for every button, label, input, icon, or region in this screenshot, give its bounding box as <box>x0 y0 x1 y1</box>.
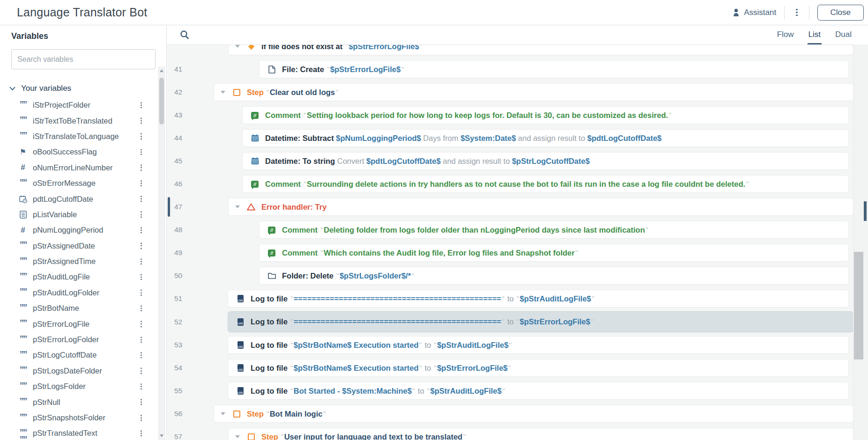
collapse-chevron-icon[interactable] <box>221 91 225 94</box>
your-variables-group-header[interactable]: Your variables <box>9 84 166 93</box>
action-card[interactable]: File: Create "$pStrErrorLogFile$" <box>259 60 849 78</box>
variable-item-pStrNull[interactable]: ””pStrNull <box>0 394 166 410</box>
variable-menu-button[interactable] <box>139 381 144 391</box>
variable-item-pStrSnapshotsFolder[interactable]: ””pStrSnapshotsFolder <box>0 410 166 425</box>
variable-menu-button[interactable] <box>139 288 144 298</box>
variable-item-iStrTextToBeTranslated[interactable]: ””iStrTextToBeTranslated <box>0 113 166 128</box>
variable-item-iStrTranslateToLanguage[interactable]: ””iStrTranslateToLanguage <box>0 129 166 144</box>
action-card[interactable]: //Comment "Setting lookback period for h… <box>242 106 849 124</box>
variable-name: iStrProjectFolder <box>33 101 90 110</box>
action-card[interactable]: If file does not exist at "$pStrErrorLog… <box>228 44 853 55</box>
more-options-button[interactable] <box>793 7 801 18</box>
assistant-button[interactable]: Assistant <box>733 8 776 17</box>
datetime-icon <box>250 157 260 165</box>
action-card[interactable]: //Comment "Deleting folder from logs fol… <box>259 221 849 239</box>
variable-item-oStrErrorMessage[interactable]: ””oStrErrorMessage <box>0 176 166 191</box>
action-card[interactable]: LOGLog to file "========================… <box>228 311 853 332</box>
string-variable-icon: ”” <box>17 305 29 312</box>
variable-name: pStrAuditLogFile <box>33 272 90 281</box>
variable-menu-button[interactable] <box>139 397 144 407</box>
collapse-chevron-icon[interactable] <box>235 435 240 438</box>
variable-menu-button[interactable] <box>139 303 144 313</box>
variable-menu-button[interactable] <box>139 225 144 235</box>
action-row-54: 54LOGLog to file "$pStrBotName$ Executio… <box>167 359 868 377</box>
action-card[interactable]: Datetime: To string Convert $pdtLogCutof… <box>242 152 849 170</box>
collapse-chevron-icon[interactable] <box>221 412 225 415</box>
variable-item-pStrBotName[interactable]: ””pStrBotName <box>0 301 166 316</box>
variable-item-pStrAssignedTime[interactable]: ””pStrAssignedTime <box>0 254 166 269</box>
variable-menu-button[interactable] <box>139 272 144 282</box>
action-card[interactable]: //Comment "Which contains the Audit log … <box>259 244 849 262</box>
variable-item-pStrAuditLogFile[interactable]: ””pStrAuditLogFile <box>0 269 166 285</box>
variable-item-pStrErrorLogFolder[interactable]: ””pStrErrorLogFolder <box>0 332 166 347</box>
variable-item-pStrErrorLogFile[interactable]: ””pStrErrorLogFile <box>0 316 166 331</box>
variable-item-pStrLogsDateFolder[interactable]: ””pStrLogsDateFolder <box>0 363 166 379</box>
variable-item-pStrLogsFolder[interactable]: ””pStrLogsFolder <box>0 379 166 394</box>
action-card[interactable]: LOGLog to file "$pStrBotName$ Execution … <box>228 359 849 377</box>
action-card[interactable]: LOGLog to file "Bot Started - $System:Ma… <box>228 382 849 400</box>
variable-item-oNumErrorLineNumber[interactable]: #oNumErrorLineNumber <box>0 160 166 176</box>
variable-menu-button[interactable] <box>139 241 144 251</box>
variables-search-input[interactable] <box>11 49 156 69</box>
tab-flow[interactable]: Flow <box>776 25 795 44</box>
action-card[interactable]: Datetime: Subtract $pNumLoggingPeriod$ D… <box>242 129 849 147</box>
variable-menu-button[interactable] <box>139 116 144 125</box>
variable-menu-button[interactable] <box>139 147 144 157</box>
string-variable-icon: ”” <box>17 258 29 265</box>
variable-menu-button[interactable] <box>139 194 144 204</box>
action-card[interactable]: Folder: Delete "$pStrLogsFolder$/*" <box>259 267 849 285</box>
action-card[interactable]: Error handler: Try <box>228 198 853 216</box>
scroll-up-arrow-icon[interactable] <box>160 69 163 72</box>
line-number: 52 <box>174 318 182 326</box>
collapse-chevron-icon[interactable] <box>235 45 240 48</box>
variable-menu-button[interactable] <box>139 132 144 141</box>
scroll-down-arrow-icon[interactable] <box>160 434 163 437</box>
close-button[interactable]: Close <box>817 5 864 21</box>
action-card[interactable]: Step "User input for language and text t… <box>228 428 853 440</box>
window-scrollbar-track[interactable] <box>853 44 868 440</box>
tab-list[interactable]: List <box>808 25 822 44</box>
variable-menu-button[interactable] <box>139 413 144 423</box>
variable-item-pdtLogCutoffDate[interactable]: pdtLogCutoffDate <box>0 191 166 206</box>
string-variable-icon: ”” <box>17 383 29 390</box>
action-card[interactable]: LOGLog to file "========================… <box>228 290 849 308</box>
variable-name: pStrLogCutoffDate <box>33 351 96 359</box>
window-scrollbar-thumb[interactable] <box>854 252 863 359</box>
variable-menu-button[interactable] <box>139 178 144 188</box>
variable-item-pStrLogCutoffDate[interactable]: ””pStrLogCutoffDate <box>0 347 166 363</box>
variable-menu-button[interactable] <box>139 335 144 345</box>
action-list-panel: FlowListDual If file does not exist at "… <box>167 25 868 440</box>
action-text: Datetime: Subtract $pNumLoggingPeriod$ D… <box>265 134 661 143</box>
variable-item-pStrAuditLogFolder[interactable]: ””pStrAuditLogFolder <box>0 285 166 301</box>
variable-menu-button[interactable] <box>139 366 144 376</box>
variable-name: oNumErrorLineNumber <box>33 163 113 172</box>
variable-item-pListVariable[interactable]: pListVariable <box>0 207 166 222</box>
variables-title: Variables <box>11 31 166 41</box>
variable-menu-button[interactable] <box>139 100 144 110</box>
variable-menu-button[interactable] <box>139 319 144 329</box>
action-card[interactable]: Step "Bot Main logic" <box>214 405 853 423</box>
variable-item-oBoolSuccessFlag[interactable]: ⚑oBoolSuccessFlag <box>0 144 166 160</box>
action-row-44: 44Datetime: Subtract $pNumLoggingPeriod$… <box>167 129 868 147</box>
search-icon[interactable] <box>179 29 190 42</box>
action-text: Log to file "===========================… <box>251 317 594 326</box>
action-card[interactable]: //Comment "Surrounding delete actions in… <box>242 175 849 193</box>
variable-item-pNumLoggingPeriod[interactable]: #pNumLoggingPeriod <box>0 222 166 238</box>
string-variable-icon: ”” <box>17 180 29 187</box>
log-to-file-icon: LOG <box>236 318 245 326</box>
sidebar-scrollbar-thumb[interactable] <box>159 78 164 125</box>
variable-menu-button[interactable] <box>139 210 144 220</box>
variable-menu-button[interactable] <box>139 163 144 173</box>
action-card[interactable]: LOGLog to file "$pStrBotName$ Execution … <box>228 336 849 354</box>
action-card[interactable]: Step "Clear out old logs" <box>214 83 853 101</box>
log-to-file-icon: LOG <box>236 295 245 302</box>
string-variable-icon: ”” <box>17 437 29 440</box>
collapse-chevron-icon[interactable] <box>235 205 240 208</box>
variable-item-iStrProjectFolder[interactable]: ””iStrProjectFolder <box>0 97 166 113</box>
variable-item-pStrAssignedDate[interactable]: ””pStrAssignedDate <box>0 238 166 254</box>
tab-dual[interactable]: Dual <box>834 25 853 44</box>
variable-menu-button[interactable] <box>139 428 144 438</box>
app-header: Language Translator Bot Assistant Close <box>0 0 868 25</box>
variable-menu-button[interactable] <box>139 350 144 360</box>
variable-menu-button[interactable] <box>139 257 144 266</box>
